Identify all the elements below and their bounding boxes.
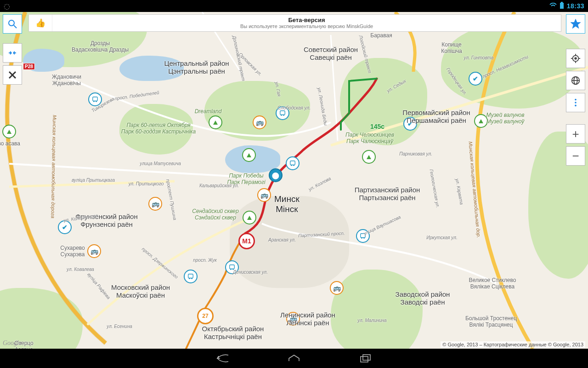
- poi-park[interactable]: [243, 211, 256, 224]
- road-label: ул. Есенина: [107, 324, 132, 329]
- more-button[interactable]: [566, 93, 585, 112]
- park-label: Музей валуновМузей валуноў: [486, 112, 525, 125]
- place-label: асово асава: [0, 141, 20, 147]
- recents-button[interactable]: [357, 353, 374, 364]
- svg-point-7: [283, 115, 284, 116]
- zoom-out-button[interactable]: −: [566, 146, 585, 166]
- svg-point-25: [575, 58, 577, 59]
- poi-park[interactable]: [209, 115, 222, 129]
- svg-point-4: [96, 101, 97, 102]
- road-label: вуліца Прытыцкага: [72, 178, 115, 183]
- park-label: Парк 60-летия ОктябряПарк 60-годдзя Каст…: [121, 122, 196, 135]
- svg-rect-37: [363, 355, 370, 360]
- android-status-bar: ◌ 18:33: [0, 0, 588, 12]
- wifi-icon: [549, 2, 557, 10]
- banner-text: Бета-версия Вы используете экспериментал…: [52, 17, 561, 29]
- back-button[interactable]: [214, 353, 231, 364]
- svg-point-34: [575, 102, 577, 104]
- svg-rect-14: [230, 265, 235, 269]
- district-label: Ленинский районЛенінскі раён: [280, 311, 335, 327]
- svg-point-19: [363, 237, 365, 239]
- svg-point-3: [93, 101, 95, 102]
- beta-banner[interactable]: 👍 Бета-версия Вы используете эксперимент…: [28, 14, 561, 32]
- google-logo: Google: [3, 339, 22, 347]
- svg-point-20: [9, 20, 14, 26]
- svg-rect-36: [361, 356, 368, 362]
- close-button[interactable]: [3, 65, 22, 85]
- clock: 18:33: [567, 2, 584, 10]
- thumbs-up-icon[interactable]: 👍: [29, 15, 52, 31]
- road-label: ул. Гинтовта: [464, 55, 494, 61]
- road-label: Слободская ул.: [277, 105, 311, 111]
- zoom-in-button[interactable]: +: [566, 124, 585, 144]
- svg-point-12: [189, 278, 190, 279]
- road-label: Аранская ул.: [268, 237, 296, 243]
- poi-park[interactable]: [242, 148, 256, 162]
- district-label: Октябрьский районКастрычніцкі раён: [202, 325, 264, 341]
- road-label: Иркутская ул.: [426, 235, 457, 241]
- svg-rect-2: [93, 97, 98, 101]
- globe-button[interactable]: [566, 71, 585, 90]
- favorites-button[interactable]: [566, 14, 585, 34]
- poi-transit[interactable]: 🚌: [148, 197, 162, 211]
- road-label: Кальварийская ул.: [199, 183, 239, 189]
- city-label: МинскМінск: [274, 194, 300, 214]
- poi-bus-stop[interactable]: [286, 156, 300, 170]
- svg-point-33: [575, 99, 577, 101]
- svg-point-18: [361, 237, 362, 239]
- svg-rect-0: [560, 3, 564, 9]
- collapse-button[interactable]: [3, 43, 22, 63]
- map-attribution: © Google, 2013 – Картографические данные…: [441, 341, 585, 348]
- road-label: ул. Притыцкого: [129, 181, 164, 187]
- map-viewport[interactable]: 🚌 ⬤ 🚌 🚌 ✔ 🚌 🚌 🚌 ✔ ✔ М1 27 145с P28 Минск…: [0, 12, 588, 349]
- home-button[interactable]: [286, 353, 302, 364]
- district-label: Московский районМаскоўскі раён: [111, 283, 170, 299]
- svg-rect-11: [188, 274, 193, 278]
- place-label: Большой ТростенецВялікі Трасцянец: [465, 316, 517, 328]
- poi-transit[interactable]: 🚌: [87, 244, 101, 258]
- svg-point-13: [191, 278, 192, 279]
- road-label: просп. Жук: [193, 258, 217, 263]
- android-nav-bar: [0, 349, 588, 368]
- metro-badge-m1[interactable]: М1: [238, 233, 255, 249]
- road-label: Парниковая ул.: [399, 151, 432, 157]
- hwy-shield: P28: [23, 63, 35, 70]
- place-label: ЖдановичиЖдановічы: [52, 74, 81, 87]
- poi-checkin[interactable]: ✔: [469, 72, 482, 86]
- route-number-145c: 145с: [370, 123, 384, 130]
- svg-rect-1: [561, 2, 563, 3]
- svg-point-10: [293, 165, 294, 166]
- district-label: Заводской районЗаводскі раён: [396, 290, 450, 306]
- bus-badge-27[interactable]: 27: [197, 308, 214, 324]
- poi-transit[interactable]: 🚌: [257, 188, 271, 202]
- place-label: КопищеКопішча: [441, 42, 462, 55]
- svg-line-21: [14, 25, 17, 28]
- battery-icon: [560, 2, 564, 11]
- district-label: Советский районСавецкі раён: [304, 46, 358, 62]
- gps-icon: ◌: [4, 2, 10, 11]
- road-label: Денисовская ул.: [233, 270, 268, 275]
- svg-point-9: [291, 165, 292, 166]
- svg-rect-8: [290, 161, 295, 165]
- park-label: Парк ЧелюскинцевПарк Чалюскінцаў: [345, 132, 394, 145]
- poi-transit[interactable]: 🚌: [330, 281, 344, 295]
- park-label: Dreamland: [195, 109, 222, 115]
- poi-transit[interactable]: 🚌: [253, 115, 266, 129]
- svg-point-35: [575, 105, 577, 107]
- district-label: Партизанский районПартызанскі раён: [355, 186, 420, 202]
- svg-point-15: [230, 269, 232, 270]
- locate-button[interactable]: [566, 49, 585, 68]
- district-label: Центральный районЦэнтральны раён: [164, 59, 229, 75]
- poi-park[interactable]: [362, 150, 376, 164]
- poi-park[interactable]: [474, 114, 488, 128]
- svg-point-6: [281, 115, 282, 116]
- park-label: Сендайский скверСэндайскі сквер: [192, 208, 238, 221]
- poi-park[interactable]: [2, 125, 16, 138]
- poi-bus-stop[interactable]: [184, 270, 198, 283]
- poi-pin[interactable]: ⬤: [269, 168, 283, 182]
- place-label: ДроздыВадасховішча Дразды: [72, 40, 129, 53]
- svg-rect-5: [280, 111, 285, 115]
- search-button[interactable]: [3, 14, 22, 34]
- place-label: СухаревоСухарэва: [60, 245, 85, 258]
- road-label: улица Матусевича: [140, 161, 181, 167]
